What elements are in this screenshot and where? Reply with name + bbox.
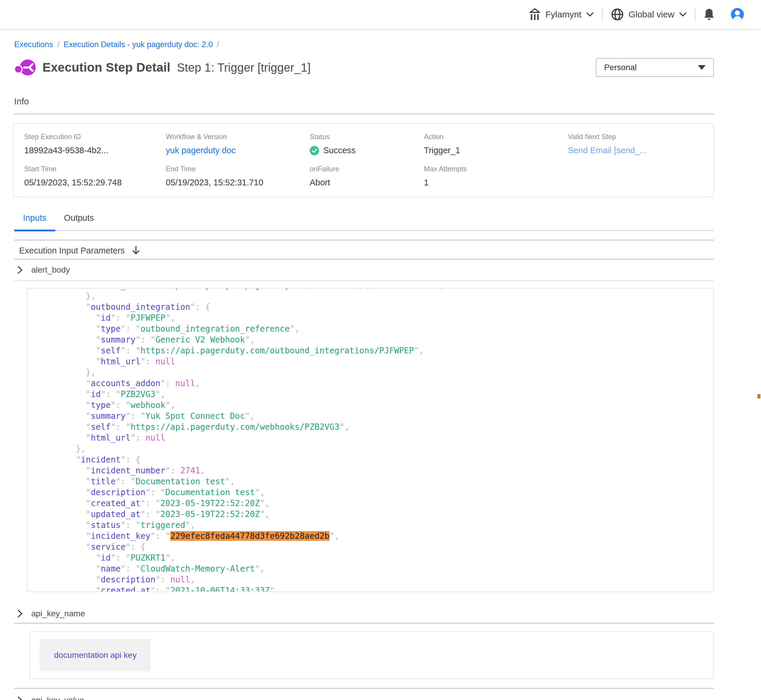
expand-row-alert-body[interactable]: alert_body [14,260,714,280]
code-line: "type": "outbound_integration_reference"… [46,323,713,334]
workflow-step-icon [14,58,36,77]
status-text: Success [323,145,356,155]
tab-inputs[interactable]: Inputs [14,213,55,230]
code-line: "service": { [46,541,713,552]
code-line: "status": "triggered", [46,520,713,531]
info-field-max-attempts: Max Attempts1 [424,165,568,188]
info-field-label: End Time [166,165,310,173]
expand-row-api-key-name[interactable]: api_key_name [14,605,714,623]
code-content: "html_url": "https://fylamynt.pagerduty.… [28,288,713,592]
info-field-end-time: End Time05/19/2023, 15:52:31.710 [166,165,310,188]
info-field-action: ActionTrigger_1 [424,133,568,155]
page-title: Execution Step Detail [42,61,171,75]
chevron-right-icon [17,266,23,274]
code-line: }, [46,367,713,378]
view-label: Global view [629,9,674,19]
code-line: "html_url": null [46,356,713,367]
view-switcher[interactable]: Global view [603,8,695,21]
select-caret-icon [698,65,706,70]
tabbar: InputsOutputs [14,213,714,231]
code-line: "outbound_integration": { [46,302,713,312]
code-line: "html_url": null [46,432,713,443]
info-field-workflow-version: Workflow & Versionyuk pagerduty doc [166,133,310,155]
info-section-title: Info [14,96,714,106]
tab-outputs[interactable]: Outputs [55,213,103,230]
org-switcher[interactable]: Fylamynt [521,8,602,20]
breadcrumb-link-0[interactable]: Executions [14,40,53,49]
info-field-value: 18992a43-9538-4b2... [24,145,166,155]
bank-icon [529,8,541,20]
page-header: Execution Step Detail Step 1: Trigger [t… [14,58,714,78]
info-field-label: onFailure [310,165,424,173]
info-field-value: Abort [310,178,424,188]
code-line: "id": "PJFWPEP", [46,312,713,323]
info-field-label: Start Time [24,165,166,173]
top-navbar: Fylamynt Global view [0,0,761,30]
code-line: }, [46,443,713,454]
chevron-down-icon [586,12,594,17]
breadcrumb-separator: / [57,40,60,49]
api-key-name-value-box: documentation api key [30,631,714,679]
api-key-name-chip: documentation api key [40,639,151,672]
section-divider [14,240,714,241]
code-block[interactable]: "html_url": "https://fylamynt.pagerduty.… [27,288,714,592]
param-name: api_key_name [31,609,85,618]
user-avatar[interactable] [723,7,752,22]
code-line: }, [46,291,713,302]
code-line: "incident_number": 2741, [46,465,713,476]
expand-row-api-key-value[interactable]: api_key_value [14,692,714,700]
section-divider [14,688,714,689]
code-line: "created_at": "2023-05-19T22:52:20Z", [46,498,713,509]
notifications-button[interactable] [695,8,723,21]
highlighted-incident-key: 229efec8feda44778d3fe692b28aed2b [170,531,329,541]
scrollbar-highlight-marker [758,394,760,398]
globe-icon [611,8,624,21]
info-field-label: Workflow & Version [166,133,310,141]
org-label: Fylamynt [545,9,581,19]
success-check-icon [310,146,319,155]
row-divider [14,280,714,281]
code-line: "name": "CloudWatch-Memory-Alert", [46,563,713,574]
info-field-value: Trigger_1 [424,145,568,155]
code-line: "title": "Documentation test", [46,476,713,487]
breadcrumb: Executions/Execution Details - yuk pager… [14,40,714,49]
code-line: "summary": "Yuk Spot Connect Doc", [46,411,713,422]
chevron-down-icon [679,12,687,17]
breadcrumb-link-1[interactable]: Execution Details - yuk pagerduty doc: 2… [64,40,213,49]
chevron-right-icon [17,609,23,618]
code-line: "incident_key": "229efec8feda44778d3fe69… [46,531,713,541]
section-divider [14,623,714,623]
code-line: "type": "webhook", [46,400,713,411]
code-line: "description": "Documentation test", [46,487,713,498]
code-line: "self": "https://api.pagerduty.com/webho… [46,422,713,432]
code-line: "accounts_addon": null, [46,378,713,389]
scope-select-value: Personal [604,63,637,72]
info-card: Step Execution ID18992a43-9538-4b2...Wor… [13,123,714,197]
info-field-value[interactable]: Send Email [send_... [568,145,707,155]
code-line: "created_at": "2021-10-06T14:33:33Z", [46,585,713,592]
info-field-value: 05/19/2023, 15:52:31.710 [166,178,310,188]
bell-icon [703,8,715,21]
download-arrow-icon[interactable] [131,245,141,256]
param-name: api_key_value [31,695,84,700]
code-line: "summary": "Generic V2 Webhook", [46,334,713,345]
section-divider [14,114,714,114]
info-grid: Step Execution ID18992a43-9538-4b2...Wor… [24,133,707,188]
params-title: Execution Input Parameters [19,246,125,256]
info-field-start-time: Start Time05/19/2023, 15:52:29.748 [24,165,166,188]
execution-input-parameters-header: Execution Input Parameters [14,244,714,257]
scope-select[interactable]: Personal [596,58,714,77]
info-field-label: Valid Next Step [568,133,707,141]
info-field-label: Max Attempts [424,165,568,173]
info-field-value[interactable]: yuk pagerduty doc [166,145,310,155]
info-field-value: 1 [424,178,568,188]
code-line: "id": "PUZKRT1", [46,552,713,563]
info-field-label: Action [424,133,568,141]
avatar-person-icon [730,7,744,22]
info-field-step-execution-id: Step Execution ID18992a43-9538-4b2... [24,133,166,155]
param-name: alert_body [31,265,70,275]
code-line: "self": "https://api.pagerduty.com/outbo… [46,345,713,356]
main-content: Executions/Execution Details - yuk pager… [0,40,761,700]
code-line: "updated_at": "2023-05-19T22:52:20Z", [46,509,713,520]
info-field-label: Step Execution ID [24,133,166,141]
